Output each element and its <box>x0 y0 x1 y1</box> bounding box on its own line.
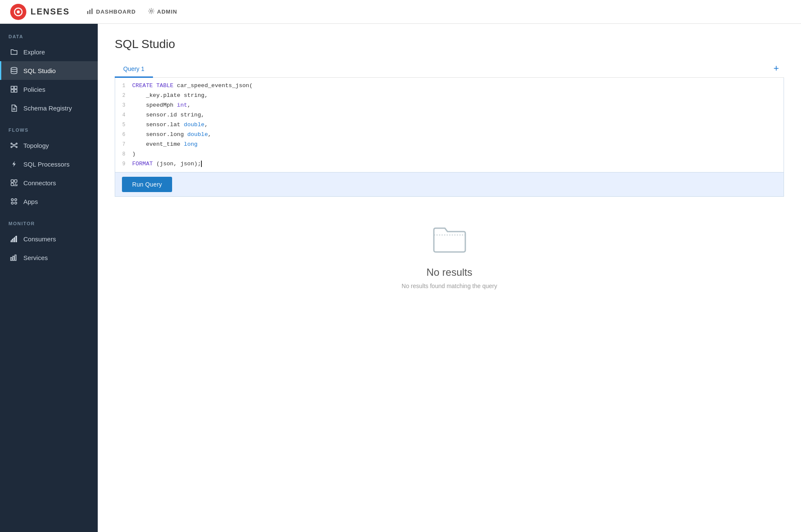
puzzle-icon <box>10 178 18 187</box>
sidebar-item-services-label: Services <box>23 254 48 261</box>
svg-rect-3 <box>89 10 91 14</box>
no-results-section: No results No results found matching the… <box>115 197 784 315</box>
run-query-bar: Run Query <box>115 173 784 197</box>
svg-rect-30 <box>11 241 12 242</box>
sidebar-item-explore-label: Explore <box>23 48 45 56</box>
svg-point-1 <box>17 10 20 13</box>
code-line-2: 2 _key.plate string, <box>115 91 784 101</box>
tabs-list: Query 1 <box>115 61 153 77</box>
top-nav-links: DASHBOARD ADMIN <box>87 8 177 16</box>
sidebar-item-topology-label: Topology <box>23 142 49 149</box>
grid-icon <box>10 85 18 93</box>
services-icon <box>10 253 18 262</box>
svg-line-21 <box>15 146 16 147</box>
dashboard-nav-link[interactable]: DASHBOARD <box>87 8 136 16</box>
svg-rect-23 <box>11 180 14 182</box>
sidebar: DATA Explore SQL Studio <box>0 24 98 532</box>
sidebar-item-apps-label: Apps <box>23 198 38 205</box>
code-line-8: 8 ) <box>115 150 784 159</box>
dashboard-label: DASHBOARD <box>96 8 136 15</box>
svg-rect-24 <box>14 180 17 182</box>
svg-point-27 <box>15 199 17 201</box>
code-line-4: 4 sensor.id string, <box>115 110 784 120</box>
body-layout: DATA Explore SQL Studio <box>0 24 801 532</box>
sidebar-item-sql-processors-label: SQL Processors <box>23 161 70 168</box>
code-line-1: 1 CREATE TABLE car_speed_events_json( <box>115 81 784 91</box>
main-content: SQL Studio Query 1 + 1 CREATE TABLE car_… <box>98 24 801 532</box>
document-icon <box>10 104 18 112</box>
logo-icon <box>10 4 26 20</box>
sidebar-item-sql-studio[interactable]: SQL Studio <box>0 61 98 80</box>
svg-point-5 <box>150 10 152 12</box>
svg-point-26 <box>11 199 14 201</box>
svg-point-29 <box>15 202 17 204</box>
sidebar-item-consumers[interactable]: Consumers <box>0 229 98 248</box>
svg-rect-34 <box>11 258 12 260</box>
svg-rect-7 <box>11 86 14 89</box>
sidebar-item-connectors-label: Connectors <box>23 179 56 187</box>
sidebar-section-data: DATA <box>0 24 98 42</box>
code-line-7: 7 event_time long <box>115 140 784 150</box>
consumers-icon <box>10 235 18 243</box>
sidebar-item-connectors[interactable]: Connectors <box>0 173 98 192</box>
topology-icon <box>10 141 18 150</box>
svg-line-18 <box>12 144 14 145</box>
svg-rect-35 <box>13 256 14 260</box>
svg-point-6 <box>11 68 17 70</box>
svg-rect-33 <box>16 236 17 242</box>
bolt-icon <box>10 160 18 168</box>
svg-rect-10 <box>14 90 17 92</box>
admin-label: ADMIN <box>157 8 178 15</box>
run-query-button[interactable]: Run Query <box>122 177 172 192</box>
sidebar-item-apps[interactable]: Apps <box>0 192 98 211</box>
tab-query1[interactable]: Query 1 <box>115 61 153 78</box>
svg-marker-22 <box>12 161 16 167</box>
code-line-9: 9 FORMAT (json, json); <box>115 159 784 169</box>
admin-nav-link[interactable]: ADMIN <box>148 8 178 16</box>
code-line-3: 3 speedMph int, <box>115 101 784 110</box>
sidebar-section-flows: FLOWS <box>0 117 98 136</box>
sidebar-item-schema-registry[interactable]: Schema Registry <box>0 99 98 117</box>
logo-text: LENSES <box>31 7 70 17</box>
tabs-container: Query 1 + <box>115 61 784 78</box>
sidebar-item-consumers-label: Consumers <box>23 235 56 243</box>
logo[interactable]: LENSES <box>10 4 70 20</box>
top-navigation: LENSES DASHBOARD ADMIN <box>0 0 801 24</box>
sidebar-item-sql-studio-label: SQL Studio <box>23 67 56 74</box>
code-lines: 1 CREATE TABLE car_speed_events_json( 2 … <box>115 78 784 172</box>
no-results-subtitle: No results found matching the query <box>402 283 497 289</box>
sidebar-item-topology[interactable]: Topology <box>0 136 98 155</box>
add-tab-button[interactable]: + <box>768 62 784 75</box>
page-title: SQL Studio <box>115 37 784 51</box>
sidebar-item-policies-label: Policies <box>23 86 45 93</box>
svg-rect-36 <box>15 255 16 260</box>
no-results-title: No results <box>426 266 472 278</box>
sidebar-item-explore[interactable]: Explore <box>0 42 98 61</box>
svg-point-28 <box>11 202 14 204</box>
svg-rect-8 <box>14 86 17 89</box>
empty-folder-icon <box>430 222 469 258</box>
code-line-5: 5 sensor.lat double, <box>115 120 784 130</box>
sidebar-section-monitor: MONITOR <box>0 211 98 229</box>
folder-icon <box>10 48 18 56</box>
svg-line-19 <box>15 144 16 145</box>
svg-rect-4 <box>91 8 93 14</box>
svg-rect-25 <box>11 183 14 186</box>
admin-icon <box>148 8 155 16</box>
svg-rect-9 <box>11 90 14 92</box>
svg-line-20 <box>12 146 14 147</box>
dashboard-icon <box>87 8 93 16</box>
sidebar-item-sql-processors[interactable]: SQL Processors <box>0 155 98 173</box>
code-line-6: 6 sensor.long double, <box>115 130 784 140</box>
sidebar-item-schema-registry-label: Schema Registry <box>23 105 72 112</box>
sidebar-item-policies[interactable]: Policies <box>0 80 98 99</box>
sidebar-item-services[interactable]: Services <box>0 248 98 267</box>
apps-icon <box>10 197 18 206</box>
svg-rect-2 <box>87 11 88 14</box>
database-icon <box>10 66 18 75</box>
code-editor[interactable]: 1 CREATE TABLE car_speed_events_json( 2 … <box>115 78 784 173</box>
